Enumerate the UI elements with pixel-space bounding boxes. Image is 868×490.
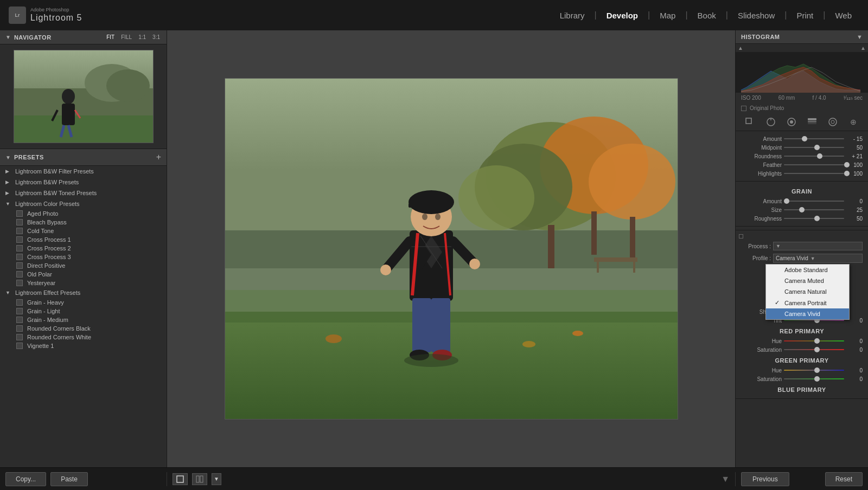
green-hue-slider[interactable] (784, 367, 844, 373)
red-sat-thumb[interactable] (814, 347, 820, 352)
list-item[interactable]: Cross Process 1 (0, 235, 167, 244)
nav-library[interactable]: Library (552, 9, 592, 22)
photo-area (167, 30, 735, 467)
section-toggle-icon[interactable] (739, 234, 743, 238)
preset-group-effect-header[interactable]: ▼ Lightroom Effect Presets (0, 287, 167, 298)
list-item[interactable]: Cross Process 2 (0, 244, 167, 253)
preset-group-bw-header[interactable]: ▶ Lightroom B&W Presets (0, 177, 167, 188)
paste-button[interactable]: Paste (50, 472, 88, 486)
reset-button[interactable]: Reset (825, 472, 863, 486)
list-item[interactable]: Cold Tone (0, 227, 167, 235)
profile-option-camera-natural[interactable]: Camera Natural (766, 286, 849, 297)
presets-header[interactable]: ▼ Presets + (0, 149, 167, 166)
profile-option-camera-vivid[interactable]: Camera Vivid (766, 308, 849, 319)
preset-item-icon (16, 325, 23, 332)
tool-row: ⊕ (736, 113, 868, 131)
hist-left-arrow[interactable]: ▲ (738, 45, 743, 51)
grain-size-thumb[interactable] (799, 207, 805, 212)
add-preset-button[interactable]: + (156, 152, 161, 162)
list-item[interactable]: Yesteryear (0, 279, 167, 287)
grain-amount-thumb[interactable] (784, 198, 789, 204)
highlights-slider[interactable] (784, 170, 844, 177)
list-item[interactable]: Aged Photo (0, 209, 167, 218)
red-sat-slider[interactable] (784, 346, 844, 353)
nav-1to1-btn[interactable]: 1:1 (137, 34, 147, 41)
midpoint-thumb[interactable] (814, 145, 820, 150)
nav-fill-btn[interactable]: FILL (120, 34, 133, 41)
nav-fit-btn[interactable]: FIT (105, 34, 116, 41)
nav-web[interactable]: Web (827, 9, 859, 22)
roundness-thumb[interactable] (817, 153, 822, 159)
roundness-value: + 21 (846, 153, 863, 159)
green-sat-slider[interactable] (784, 376, 844, 382)
amount-slider[interactable] (784, 136, 844, 142)
loupe-view-btn[interactable] (173, 473, 188, 485)
roundness-slider[interactable] (784, 153, 844, 159)
original-photo-checkbox[interactable] (741, 106, 746, 111)
grain-section: Grain Amount 0 Size 25 (736, 182, 868, 227)
midpoint-slider[interactable] (784, 144, 844, 151)
list-item[interactable]: Grain - Medium (0, 315, 167, 324)
grain-amount-slider[interactable] (784, 198, 844, 204)
nav-print[interactable]: Print (789, 9, 821, 22)
highlights-thumb[interactable] (844, 171, 850, 176)
green-hue-thumb[interactable] (814, 368, 820, 373)
list-item[interactable]: Rounded Corners Black (0, 324, 167, 333)
profile-select[interactable]: Camera Vivid ▼ (773, 254, 863, 263)
profile-option-camera-portrait[interactable]: ✓ Camera Portrait (766, 297, 849, 308)
bottom-scroll-down-icon[interactable]: ▼ (721, 474, 730, 484)
redeye-tool[interactable] (784, 117, 799, 127)
profile-option-camera-muted[interactable]: Camera Muted (766, 275, 849, 286)
grain-amount-row: Amount 0 (736, 197, 868, 205)
list-item[interactable]: Grain - Light (0, 307, 167, 315)
compare-view-btn[interactable] (192, 473, 207, 485)
green-sat-thumb[interactable] (814, 376, 820, 382)
list-item[interactable]: Rounded Corners White (0, 333, 167, 341)
graduated-filter-tool[interactable] (805, 117, 819, 127)
spot-removal-tool[interactable] (764, 117, 778, 127)
preset-item-label: Aged Photo (27, 210, 59, 217)
grain-roughness-slider[interactable] (784, 215, 844, 222)
nav-develop[interactable]: Develop (599, 9, 646, 22)
preset-item-icon (16, 254, 23, 260)
list-item[interactable]: Cross Process 3 (0, 253, 167, 261)
list-item[interactable]: Bleach Bypass (0, 218, 167, 227)
grain-size-slider[interactable] (784, 207, 844, 213)
preset-group-bwtoned-header[interactable]: ▶ Lightroom B&W Toned Presets (0, 188, 167, 198)
nav-book[interactable]: Book (690, 9, 724, 22)
svg-point-49 (522, 341, 535, 347)
histogram-expand-icon[interactable]: ▼ (857, 34, 863, 40)
amount-thumb[interactable] (802, 136, 807, 141)
grain-roughness-thumb[interactable] (814, 216, 820, 221)
red-hue-slider[interactable] (784, 338, 844, 344)
crop-tool[interactable] (743, 117, 757, 127)
midpoint-row: Midpoint 50 (736, 143, 868, 152)
view-options-arrow[interactable]: ▼ (212, 473, 221, 485)
list-item[interactable]: Old Polar (0, 270, 167, 279)
process-select[interactable]: ▼ (773, 242, 863, 250)
nav-map[interactable]: Map (652, 9, 683, 22)
profile-option-label: Camera Portrait (784, 300, 827, 306)
feather-thumb[interactable] (844, 162, 850, 167)
navigator-header[interactable]: ▼ Navigator FIT FILL 1:1 3:1 (0, 30, 167, 44)
previous-button[interactable]: Previous (741, 472, 789, 486)
preset-group-bwfilter: ▶ Lightroom B&W Filter Presets (0, 166, 167, 177)
red-hue-thumb[interactable] (814, 338, 820, 344)
hist-right-arrow[interactable]: ▲ (860, 45, 866, 51)
process-label: Process : (741, 243, 771, 249)
list-item[interactable]: Grain - Heavy (0, 298, 167, 307)
process-row: Process : ▼ (736, 240, 868, 252)
feather-slider[interactable] (784, 162, 844, 168)
list-item[interactable]: Vignette 1 (0, 341, 167, 350)
preset-group-color-header[interactable]: ▼ Lightroom Color Presets (0, 198, 167, 209)
histogram-header: Histogram ▼ (736, 30, 868, 44)
profile-option-adobe-standard[interactable]: Adobe Standard (766, 265, 849, 275)
nav-3to1-btn[interactable]: 3:1 (151, 34, 161, 41)
radial-filter-tool[interactable] (826, 117, 840, 127)
copy-button[interactable]: Copy... (5, 472, 46, 486)
nav-slideshow[interactable]: Slideshow (730, 9, 782, 22)
green-sat-label: Saturation (741, 376, 782, 382)
list-item[interactable]: Direct Positive (0, 261, 167, 270)
preset-group-bwfilter-header[interactable]: ▶ Lightroom B&W Filter Presets (0, 166, 167, 177)
adjustment-brush-tool[interactable]: ⊕ (846, 117, 860, 127)
